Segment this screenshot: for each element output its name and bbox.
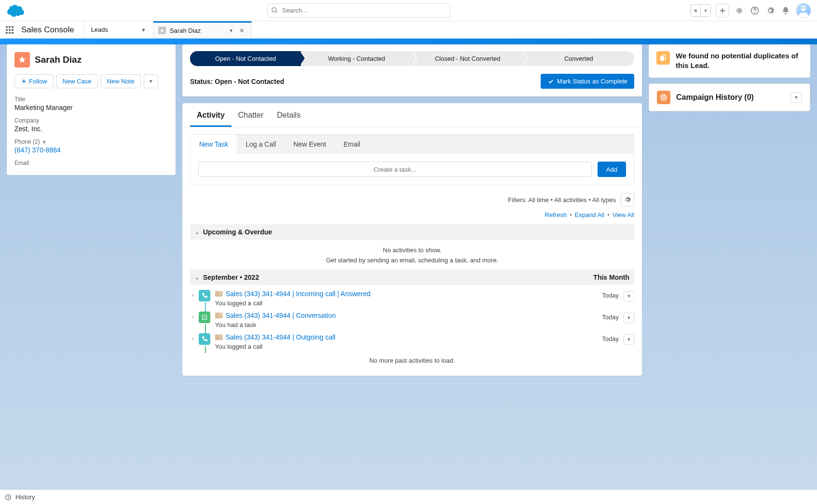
record-type-image <box>215 313 223 318</box>
month-header-label: September • 2022 <box>203 273 259 281</box>
help-icon[interactable] <box>749 4 760 17</box>
record-type-image <box>215 334 223 340</box>
empty-activities-line2: Get started by sending an email, schedul… <box>190 257 634 264</box>
record-type-image <box>215 291 223 297</box>
svg-point-9 <box>804 7 805 8</box>
record-tabs: Activity Chatter Details <box>182 103 642 127</box>
new-case-button[interactable]: New Case <box>56 74 98 88</box>
chevron-down-icon[interactable]: ⌄ <box>195 274 199 281</box>
duplicates-text: We found no potential duplicates of this… <box>676 51 803 71</box>
timeline-item-menu[interactable]: ▼ <box>624 334 634 345</box>
month-section-header[interactable]: ⌄ September • 2022 This Month <box>190 270 634 285</box>
notifications-bell-icon[interactable] <box>780 4 791 17</box>
tab-details[interactable]: Details <box>270 103 307 127</box>
user-avatar[interactable] <box>796 3 811 18</box>
title-field-value: Marketing Manager <box>14 104 168 111</box>
timeline-item-title[interactable]: Sales (343) 341-4944 | Incoming call | A… <box>226 290 371 298</box>
timeline-item-date: Today <box>602 313 619 321</box>
new-note-button[interactable]: New Note <box>101 74 141 88</box>
workspace-tab-lead[interactable]: ★ Sarah Diaz ▼ ✕ <box>153 21 252 38</box>
phone-dropdown-icon[interactable]: ▼ <box>42 139 47 145</box>
duplicates-icon <box>656 51 670 65</box>
company-field-value: Zest, Inc. <box>14 125 168 133</box>
timeline-item-date: Today <box>602 292 619 299</box>
chevron-down-icon[interactable]: ▼ <box>229 28 233 33</box>
setup-gear-icon[interactable] <box>765 4 776 17</box>
composer-tab-new-task[interactable]: New Task <box>191 135 237 154</box>
path-stage-open[interactable]: Open - Not Contacted <box>190 51 301 66</box>
path-status: Status: Open - Not Contacted <box>190 78 284 85</box>
chevron-down-icon[interactable]: ⌄ <box>195 229 199 235</box>
composer-tab-new-event[interactable]: New Event <box>285 135 335 154</box>
timeline-item-menu[interactable]: ▼ <box>624 291 634 301</box>
global-header: ★▾ <box>0 0 817 21</box>
campaign-icon <box>657 91 670 104</box>
path-stages: Open - Not Contacted Working - Contacted… <box>190 51 634 66</box>
call-icon <box>199 333 210 345</box>
path-stage-closed[interactable]: Closed - Not Converted <box>412 51 523 66</box>
tab-chatter[interactable]: Chatter <box>231 103 270 127</box>
timeline-item: › Sales (343) 341-4944 | Outgoing call Y… <box>190 328 634 350</box>
activity-filters-text: Filters: All time • All activities • All… <box>508 196 616 204</box>
empty-activities-line1: No activities to show. <box>190 240 634 257</box>
expand-all-link[interactable]: Expand All <box>575 211 604 218</box>
global-search <box>267 3 450 18</box>
composer-tab-email[interactable]: Email <box>335 135 369 154</box>
search-input[interactable] <box>267 3 450 18</box>
chevron-down-icon[interactable]: ▼ <box>141 27 146 33</box>
svg-point-8 <box>802 7 803 8</box>
guidance-center-icon[interactable] <box>734 4 745 17</box>
salesforce-logo[interactable] <box>6 3 27 18</box>
email-field-label: Email <box>14 160 168 166</box>
timeline-item: › Sales (343) 341-4944 | Conversation Yo… <box>190 307 634 328</box>
create-task-input[interactable] <box>198 162 592 177</box>
timeline-item-subtitle: You had a task <box>215 321 598 328</box>
campaign-menu-button[interactable]: ▼ <box>790 92 802 103</box>
timeline-items: › Sales (343) 341-4944 | Incoming call |… <box>190 285 634 350</box>
tab-activity[interactable]: Activity <box>190 103 231 127</box>
upcoming-section-header[interactable]: ⌄ Upcoming & Overdue <box>190 224 634 240</box>
svg-point-7 <box>799 12 809 18</box>
timeline-item-title[interactable]: Sales (343) 341-4944 | Conversation <box>226 312 336 319</box>
campaign-history-card[interactable]: Campaign History (0) ▼ <box>649 83 810 111</box>
composer-tab-log-call[interactable]: Log a Call <box>237 135 285 154</box>
expand-item-icon[interactable]: › <box>192 290 194 298</box>
expand-item-icon[interactable]: › <box>192 333 194 341</box>
timeline-item-menu[interactable]: ▼ <box>624 313 634 323</box>
mark-status-complete-button[interactable]: Mark Status as Complete <box>541 74 634 89</box>
app-launcher-icon[interactable] <box>0 26 19 34</box>
follow-button[interactable]: Follow <box>14 74 54 88</box>
task-icon <box>199 312 210 323</box>
nav-tab-leads[interactable]: Leads ▼ <box>84 21 153 38</box>
global-actions-button[interactable] <box>716 4 729 17</box>
svg-point-5 <box>755 13 755 13</box>
brand-band <box>0 39 817 44</box>
expand-item-icon[interactable]: › <box>192 312 194 319</box>
favorites-button[interactable]: ★▾ <box>691 4 711 17</box>
path-card: Open - Not Contacted Working - Contacted… <box>182 44 642 96</box>
timeline-item-subtitle: You logged a call <box>215 343 598 350</box>
path-stage-converted[interactable]: Converted <box>523 51 634 66</box>
phone-field-label: Phone (2) <box>14 138 40 145</box>
phone-field-value[interactable]: (647) 370-8884 <box>14 146 168 154</box>
timeline-item-date: Today <box>602 335 619 342</box>
upcoming-header-label: Upcoming & Overdue <box>203 228 272 236</box>
month-header-right: This Month <box>593 273 629 281</box>
duplicates-card: We found no potential duplicates of this… <box>649 44 810 78</box>
timeline-item-title[interactable]: Sales (343) 341-4944 | Outgoing call <box>226 333 336 341</box>
close-tab-icon[interactable]: ✕ <box>237 27 246 34</box>
path-stage-working[interactable]: Working - Contacted <box>301 51 412 66</box>
filter-settings-button[interactable] <box>621 193 634 206</box>
svg-point-17 <box>663 97 664 97</box>
more-actions-button[interactable]: ▼ <box>144 74 158 88</box>
svg-rect-12 <box>202 315 206 319</box>
refresh-link[interactable]: Refresh <box>545 211 567 218</box>
view-all-link[interactable]: View All <box>613 211 634 218</box>
activity-card: Activity Chatter Details New Task Log a … <box>182 103 642 376</box>
lead-name: Sarah Diaz <box>35 54 82 65</box>
app-name: Sales Console <box>19 21 84 38</box>
add-task-button[interactable]: Add <box>598 162 626 177</box>
right-column: We found no potential duplicates of this… <box>649 44 810 490</box>
svg-line-1 <box>275 11 277 13</box>
activity-composer: New Task Log a Call New Event Email Add <box>190 134 634 185</box>
